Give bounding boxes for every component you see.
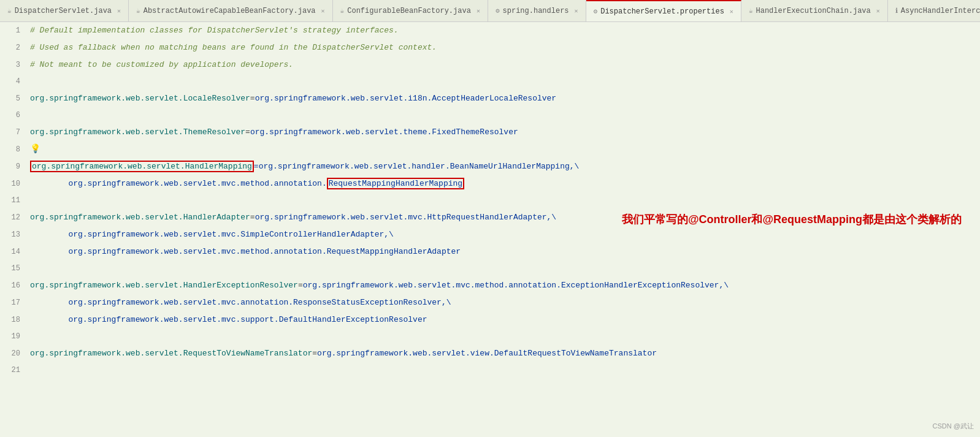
code-line-4: 4	[0, 74, 980, 90]
java-icon: ☕	[7, 7, 12, 15]
tab-dispatcher-servlet-properties[interactable]: ⚙ DispatcherServlet.properties ✕	[586, 0, 741, 21]
line-number: 17	[0, 295, 28, 311]
java-icon: ☕	[749, 7, 753, 15]
tab-label: DispatcherServlet.java	[15, 7, 112, 15]
tab-close-icon[interactable]: ✕	[477, 7, 480, 15]
info-icon: ℹ	[895, 7, 898, 15]
code-line-20: 20 org.springframework.web.servlet.Reque…	[0, 345, 980, 362]
tab-label: HandlerExecutionChain.java	[756, 7, 871, 15]
tab-abstract-autowire[interactable]: ☕ AbstractAutowireCapableBeanFactory.jav…	[129, 0, 333, 21]
line-number: 10	[0, 176, 28, 192]
tab-label: spring.handlers	[503, 7, 569, 15]
code-area: 1 # Default implementation classes for D…	[0, 22, 980, 437]
tab-close-icon[interactable]: ✕	[730, 8, 733, 15]
line-number: 5	[0, 91, 28, 107]
line-content: # Not meant to be customized by applicat…	[28, 56, 980, 73]
line-content: # Used as fallback when no matching bean…	[28, 39, 980, 56]
line-number: 19	[0, 329, 28, 345]
code-line-13: 13 org.springframework.web.servlet.mvc.S…	[0, 226, 980, 243]
code-line-14: 14 org.springframework.web.servlet.mvc.m…	[0, 243, 980, 260]
code-line-15: 15	[0, 260, 980, 277]
line-number: 11	[0, 192, 28, 209]
code-line-19: 19	[0, 329, 980, 345]
tab-handler-execution-chain[interactable]: ☕ HandlerExecutionChain.java ✕	[741, 0, 888, 21]
line-number: 15	[0, 260, 28, 277]
line-number: 12	[0, 210, 28, 226]
code-line-16: 16 org.springframework.web.servlet.Handl…	[0, 277, 980, 294]
code-line-9: 9 org.springframework.web.servlet.Handle…	[0, 158, 980, 175]
line-content: org.springframework.web.servlet.mvc.anno…	[28, 294, 980, 311]
code-line-1: 1 # Default implementation classes for D…	[0, 22, 980, 39]
line-content: org.springframework.web.servlet.LocaleRe…	[28, 90, 980, 107]
line-number: 20	[0, 346, 28, 362]
tab-configurable-bean[interactable]: ☕ ConfigurableBeanFactory.java ✕	[333, 0, 488, 21]
line-content: org.springframework.web.servlet.ThemeRes…	[28, 124, 980, 140]
line-number: 1	[0, 23, 28, 39]
code-line-21: 21	[0, 362, 980, 379]
tab-async-handler[interactable]: ℹ AsyncHandlerIntercep... ✕	[888, 0, 980, 21]
java-icon: ☕	[340, 7, 345, 15]
tab-close-icon[interactable]: ✕	[575, 7, 578, 15]
tab-close-icon[interactable]: ✕	[117, 7, 121, 15]
tab-label: ConfigurableBeanFactory.java	[347, 7, 471, 15]
line-number: 21	[0, 362, 28, 379]
tab-label: DispatcherServlet.properties	[600, 7, 724, 16]
line-content: org.springframework.web.servlet.RequestT…	[28, 345, 980, 362]
line-number: 3	[0, 57, 28, 74]
line-content: org.springframework.web.servlet.mvc.meth…	[28, 243, 980, 260]
code-line-6: 6	[0, 107, 980, 124]
watermark: CSDN @武让	[933, 422, 974, 431]
java-icon: ☕	[136, 7, 140, 15]
line-number: 2	[0, 40, 28, 56]
tab-close-icon[interactable]: ✕	[876, 7, 880, 15]
line-content: org.springframework.web.servlet.mvc.meth…	[28, 175, 980, 192]
line-content: org.springframework.web.servlet.mvc.supp…	[28, 311, 980, 328]
tab-spring-handlers[interactable]: ⚙ spring.handlers ✕	[488, 0, 586, 21]
line-number: 18	[0, 312, 28, 329]
line-number: 6	[0, 107, 28, 124]
line-number: 14	[0, 244, 28, 260]
line-number: 13	[0, 227, 28, 243]
code-line-8: 8 💡	[0, 141, 980, 158]
annotation-text: 我们平常写的@Controller和@RequestMapping都是由这个类解…	[622, 212, 962, 227]
tab-dispatcher-servlet-java[interactable]: ☕ DispatcherServlet.java ✕	[0, 0, 129, 21]
tab-label: AsyncHandlerIntercep...	[901, 7, 980, 15]
code-line-18: 18 org.springframework.web.servlet.mvc.s…	[0, 311, 980, 329]
line-number: 7	[0, 124, 28, 141]
line-content: # Default implementation classes for Dis…	[28, 22, 980, 39]
tab-bar: ☕ DispatcherServlet.java ✕ ☕ AbstractAut…	[0, 0, 980, 22]
code-line-5: 5 org.springframework.web.servlet.Locale…	[0, 90, 980, 107]
gear-icon: ⚙	[594, 7, 598, 15]
tab-label: AbstractAutowireCapableBeanFactory.java	[144, 7, 316, 15]
gear-icon: ⚙	[496, 7, 500, 15]
line-content: org.springframework.web.servlet.HandlerE…	[28, 277, 980, 294]
line-number: 9	[0, 159, 28, 175]
tab-close-icon[interactable]: ✕	[321, 7, 325, 15]
line-number: 8	[0, 142, 28, 158]
code-line-7: 7 org.springframework.web.servlet.ThemeR…	[0, 124, 980, 141]
line-content: 💡	[28, 141, 980, 158]
code-line-10: 10 org.springframework.web.servlet.mvc.m…	[0, 175, 980, 192]
line-number: 4	[0, 74, 28, 90]
line-content: org.springframework.web.servlet.mvc.Simp…	[28, 226, 980, 243]
code-line-2: 2 # Used as fallback when no matching be…	[0, 39, 980, 56]
code-line-3: 3 # Not meant to be customized by applic…	[0, 56, 980, 74]
code-line-17: 17 org.springframework.web.servlet.mvc.a…	[0, 294, 980, 311]
line-content: org.springframework.web.servlet.HandlerM…	[28, 158, 980, 175]
code-line-11: 11	[0, 192, 980, 209]
line-number: 16	[0, 278, 28, 294]
